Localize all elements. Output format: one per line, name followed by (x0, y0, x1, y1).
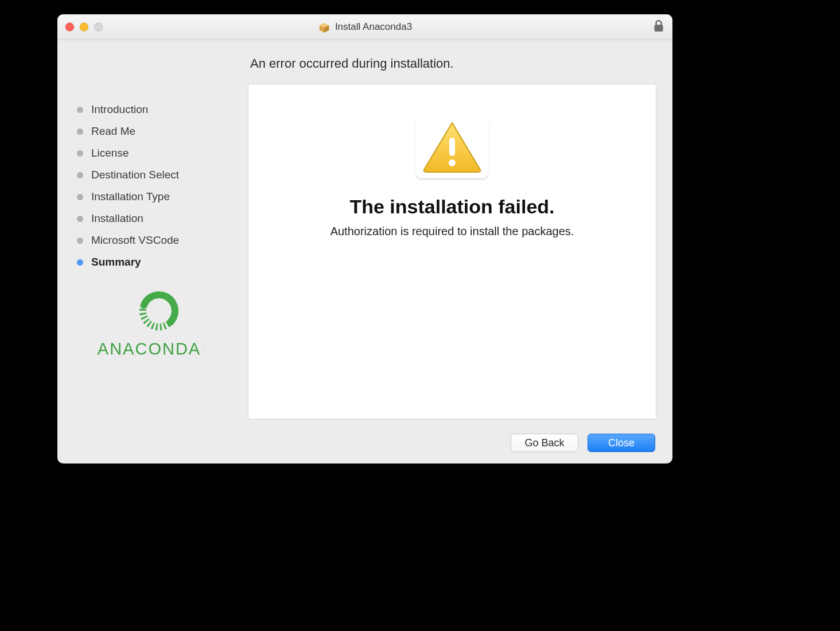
warning-icon (415, 115, 489, 178)
anaconda-ring-icon (137, 289, 181, 333)
step-destination-select: Destination Select (77, 169, 243, 181)
footer-buttons: Go Back Close (57, 422, 672, 463)
zoom-window-icon[interactable] (94, 23, 103, 32)
step-installation: Installation (77, 212, 243, 225)
result-message: Authorization is required to install the… (330, 225, 574, 238)
step-label: Installation Type (91, 190, 170, 203)
window-title: Install Anaconda3 (335, 21, 412, 33)
window-controls (65, 23, 103, 32)
result-heading: The installation failed. (349, 196, 554, 218)
page-subtitle: An error occurred during installation. (248, 40, 656, 84)
result-panel: The installation failed. Authorization i… (248, 84, 656, 419)
close-window-icon[interactable] (65, 23, 74, 32)
installer-steps-sidebar: Introduction Read Me License Destination… (73, 40, 243, 422)
anaconda-wordmark: ANACONDA. (75, 340, 224, 359)
svg-point-5 (138, 290, 180, 332)
step-introduction: Introduction (77, 103, 243, 116)
step-label: Introduction (91, 103, 148, 116)
titlebar: Install Anaconda3 (57, 14, 672, 40)
step-label: Read Me (91, 125, 135, 138)
svg-point-7 (449, 159, 456, 166)
close-button[interactable]: Close (588, 434, 655, 452)
step-label: Summary (91, 256, 141, 268)
step-installation-type: Installation Type (77, 190, 243, 203)
svg-rect-3 (655, 25, 663, 32)
step-license: License (77, 147, 243, 159)
package-icon (318, 21, 330, 33)
installer-window: Install Anaconda3 Introduction Read Me L… (57, 14, 672, 463)
step-label: License (91, 147, 129, 159)
step-read-me: Read Me (77, 125, 243, 138)
go-back-button[interactable]: Go Back (511, 434, 578, 452)
step-label: Installation (91, 212, 143, 225)
lock-icon[interactable] (653, 20, 664, 34)
step-microsoft-vscode: Microsoft VSCode (77, 234, 243, 247)
step-label: Microsoft VSCode (91, 234, 179, 247)
step-summary: Summary (77, 256, 243, 268)
anaconda-logo: ANACONDA. (75, 289, 243, 359)
minimize-window-icon[interactable] (80, 23, 88, 32)
step-label: Destination Select (91, 169, 179, 181)
svg-rect-6 (449, 138, 455, 156)
